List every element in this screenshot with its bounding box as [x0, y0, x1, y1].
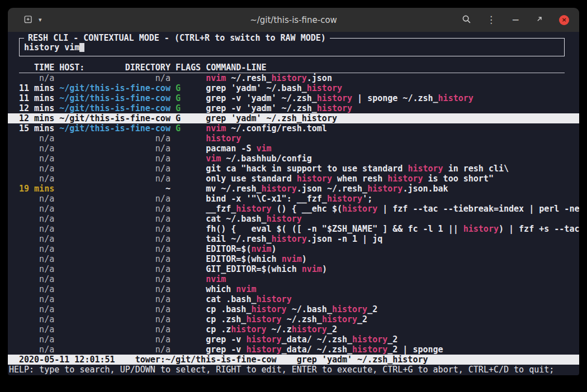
history-row[interactable]: 19 mins ~ mv ~/.resh_history.json ~/.res…	[19, 184, 565, 194]
history-row[interactable]: n/a n/a vim ~/.bashhub/config	[19, 154, 565, 164]
history-row[interactable]: n/a n/a EDITOR=$(nvim)	[19, 244, 565, 254]
terminal-window: ▾ ~/git/this-is-fine-cow ⋮ −	[8, 8, 579, 375]
history-row[interactable]: n/a n/a cat ~/.bash_history	[19, 214, 565, 224]
search-box-legend: RESH CLI - CONTEXTUAL MODE - (CTRL+R to …	[24, 33, 330, 43]
history-list: n/a n/a nvim ~/.resh_history.json11 mins…	[19, 73, 565, 355]
titlebar: ▾ ~/git/this-is-fine-cow ⋮ −	[8, 8, 579, 32]
history-row[interactable]: 15 mins ~/git/this-is-fine-cow G nvim ~/…	[19, 123, 565, 133]
status-bar: 2020-05-11 12:01:51 tower:~/git/this-is-…	[8, 355, 579, 365]
new-tab-button[interactable]	[23, 15, 33, 25]
table-header: TIME HOST: DIRECTORY FLAGS COMMAND-LINE	[19, 63, 565, 73]
history-row[interactable]: n/a n/a bind -x '"\C-x1": __fzf_history'…	[19, 194, 565, 204]
history-row[interactable]: n/a n/a cp .zsh_history ~/.zsh_history_2	[19, 314, 565, 324]
minimize-button[interactable]: −	[511, 15, 520, 25]
history-row[interactable]: n/a n/a history	[19, 133, 565, 144]
history-row[interactable]: n/a n/a fh() { eval $( ([ -n "$ZSH_NAME"…	[19, 224, 565, 234]
history-row[interactable]: n/a n/a tail ~/.resh_history.json -n 1 |…	[19, 234, 565, 244]
restore-icon	[535, 15, 544, 25]
new-tab-icon	[23, 15, 33, 26]
text-cursor	[79, 42, 84, 52]
history-row[interactable]: n/a n/a nvim	[19, 274, 565, 284]
restore-button[interactable]	[535, 15, 544, 25]
history-row-selected[interactable]: 12 mins ~/git/this-is-fine-cow G grep 'y…	[8, 113, 579, 123]
search-query-input[interactable]: history vim	[24, 42, 79, 52]
close-button[interactable]: ×	[559, 15, 569, 25]
history-row[interactable]: n/a n/a grep -v history_data/ ~/.zsh_his…	[19, 345, 565, 355]
history-row[interactable]: n/a n/a git ca "hack in support to use s…	[19, 164, 565, 174]
history-row[interactable]: n/a n/a which nvim	[19, 284, 565, 294]
search-button[interactable]	[462, 15, 471, 25]
tab-dropdown-caret[interactable]: ▾	[39, 16, 42, 23]
history-row[interactable]: n/a n/a cat .bash_history	[19, 294, 565, 304]
help-line: HELP: type to search, UP/DOWN to select,…	[9, 365, 565, 375]
history-row[interactable]: n/a n/a only use standard history when r…	[19, 174, 565, 184]
search-icon	[462, 15, 471, 26]
history-row[interactable]: n/a n/a EDITOR=$(which nvim)	[19, 254, 565, 264]
history-row[interactable]: n/a n/a GIT_EDITOR=$(which nvim)	[19, 264, 565, 274]
history-row[interactable]: 11 mins ~/git/this-is-fine-cow G grep -v…	[19, 93, 565, 103]
menu-button[interactable]: ⋮	[486, 15, 496, 25]
history-row[interactable]: n/a n/a __fzf_history () { __ehc $(histo…	[19, 204, 565, 214]
terminal-content: RESH CLI - CONTEXTUAL MODE - (CTRL+R to …	[8, 32, 579, 375]
window-title: ~/git/this-is-fine-cow	[250, 15, 337, 25]
history-row[interactable]: n/a n/a nvim ~/.resh_history.json	[19, 73, 565, 83]
minimize-icon: −	[512, 15, 519, 25]
history-row[interactable]: n/a n/a cp .zhistory ~/.zhistory_2	[19, 324, 565, 334]
close-icon: ×	[561, 16, 566, 23]
history-row[interactable]: n/a n/a cp .bash_history ~/.bash_history…	[19, 304, 565, 314]
kebab-menu-icon: ⋮	[486, 15, 496, 25]
history-row[interactable]: n/a n/a pacman -S vim	[19, 144, 565, 154]
history-row[interactable]: 11 mins ~/git/this-is-fine-cow G grep 'y…	[19, 83, 565, 93]
history-row[interactable]: 12 mins ~/git/this-is-fine-cow G grep -v…	[19, 103, 565, 113]
history-row[interactable]: n/a n/a grep -v history_data/ ~/.zsh_his…	[19, 334, 565, 345]
search-box[interactable]: RESH CLI - CONTEXTUAL MODE - (CTRL+R to …	[19, 38, 565, 56]
